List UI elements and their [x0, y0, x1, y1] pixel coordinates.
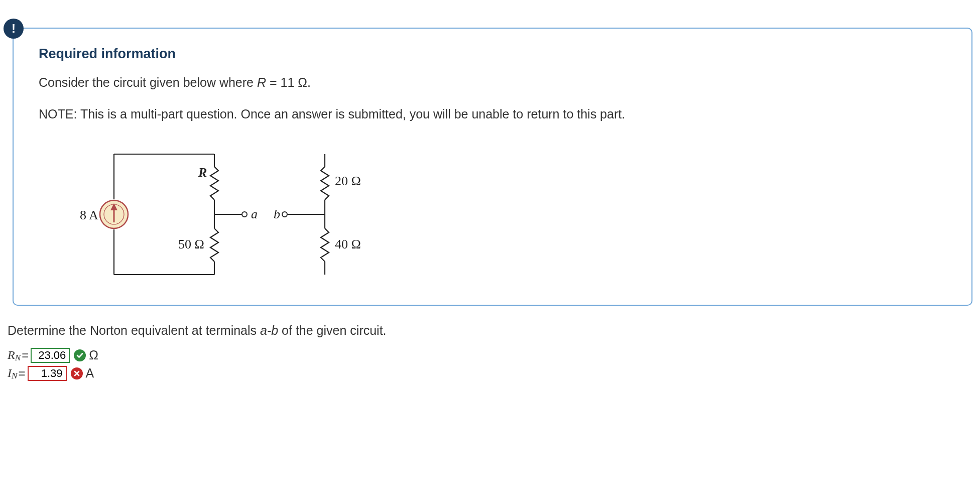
- resistor-40-label: 40 Ω: [335, 237, 361, 252]
- intro-var: R: [257, 75, 266, 89]
- question-suffix: of the given circuit.: [278, 323, 386, 337]
- question-prefix: Determine the Norton equivalent at termi…: [8, 323, 260, 337]
- required-info-title: Required information: [39, 46, 946, 62]
- source-label: 8 A: [80, 208, 98, 222]
- intro-prefix: Consider the circuit given below where: [39, 75, 257, 89]
- answer-row-in: IN = A: [8, 366, 980, 381]
- answers-block: RN = Ω IN = A: [8, 348, 980, 381]
- resistor-50-label: 50 Ω: [178, 237, 204, 252]
- required-info-callout: ! Required information Consider the circ…: [13, 28, 972, 306]
- resistor-R-label: R: [198, 165, 207, 180]
- resistor-20-label: 20 Ω: [335, 174, 361, 188]
- x-icon: [71, 367, 83, 380]
- check-icon: [74, 349, 86, 361]
- note-text: NOTE: This is a multi-part question. Onc…: [39, 104, 946, 124]
- question-text: Determine the Norton equivalent at termi…: [8, 323, 980, 338]
- alert-icon: !: [4, 19, 24, 39]
- equals-sign: =: [22, 348, 29, 362]
- terminal-b-label: b: [274, 207, 280, 221]
- question-terms: a-b: [260, 323, 278, 337]
- rn-input[interactable]: [31, 348, 70, 363]
- in-input[interactable]: [28, 366, 67, 381]
- circuit-diagram: 8 A R a 50 Ω b: [54, 139, 946, 290]
- rn-sub: N: [15, 353, 21, 363]
- intro-eq: = 11 Ω.: [266, 75, 311, 89]
- answer-row-rn: RN = Ω: [8, 348, 980, 363]
- terminal-b-icon: [282, 212, 287, 217]
- terminal-a-label: a: [251, 207, 258, 221]
- in-var: I: [8, 366, 12, 380]
- in-unit: A: [86, 366, 94, 381]
- callout-body: Consider the circuit given below where R…: [39, 73, 946, 124]
- rn-var: R: [8, 348, 15, 362]
- equals-sign: =: [19, 366, 26, 381]
- rn-unit: Ω: [89, 348, 98, 362]
- in-sub: N: [12, 371, 18, 381]
- terminal-a-icon: [242, 212, 247, 217]
